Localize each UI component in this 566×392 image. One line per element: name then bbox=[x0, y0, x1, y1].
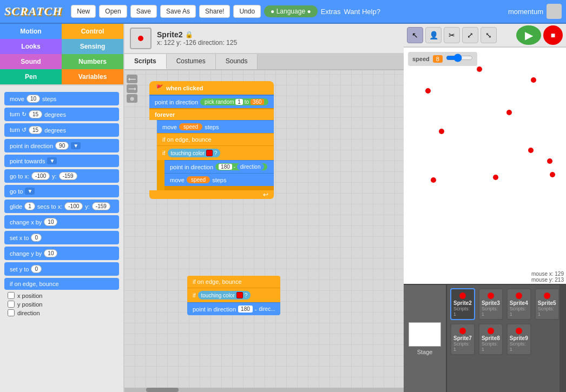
checkbox-y-position[interactable]: y position bbox=[8, 301, 116, 308]
block-glide[interactable]: glide 1 secs to x: -100 y: -159 bbox=[4, 200, 119, 213]
block-move-speed[interactable]: move speed steps bbox=[157, 120, 274, 133]
block-goto-xy[interactable]: go to x: -100 y: -159 bbox=[4, 169, 119, 183]
go-button[interactable]: ▶ bbox=[516, 25, 541, 45]
new-button[interactable]: New bbox=[71, 5, 96, 18]
checkbox-direction[interactable]: direction bbox=[8, 309, 116, 316]
scroll-thumb[interactable] bbox=[146, 388, 179, 392]
sprite-card-name-8: Sprite9 bbox=[510, 335, 528, 341]
touching-color-bool-2[interactable]: touching color ? bbox=[198, 291, 251, 300]
block-change-y[interactable]: change y by 10 bbox=[4, 247, 119, 260]
sprite-card-dot-8 bbox=[516, 328, 522, 334]
stage-label: Stage bbox=[417, 349, 433, 355]
stage-thumbnail[interactable]: Stage bbox=[404, 285, 447, 392]
horizontal-scrollbar[interactable] bbox=[124, 388, 404, 392]
save-button[interactable]: Save bbox=[130, 5, 157, 18]
sprite-card-scripts-7: Scripts: 1 bbox=[482, 341, 500, 352]
block-point-direction-random[interactable]: point in direction pick random 1 to 360 bbox=[149, 95, 274, 108]
category-pen[interactable]: Pen bbox=[0, 69, 62, 84]
person-tool[interactable]: 👤 bbox=[425, 27, 442, 43]
x-position-checkbox[interactable] bbox=[8, 292, 15, 299]
speed-bar: speed 8 bbox=[408, 52, 477, 66]
sprite-card-sprite9[interactable]: Sprite9 Scripts: 1 bbox=[506, 323, 531, 355]
block-move-speed-2[interactable]: move speed steps bbox=[164, 173, 274, 186]
sprite-card-sprite8[interactable]: Sprite8 Scripts: 1 bbox=[478, 323, 503, 355]
category-tabs: Motion Control Looks Sensing Sound Numbe… bbox=[0, 24, 123, 85]
undo-button[interactable]: Undo bbox=[233, 5, 261, 18]
blocks-list: move 10 steps turn ↻ 15 degrees turn ↺ 1… bbox=[0, 85, 123, 392]
nav-arrow-right[interactable]: ⟶ bbox=[127, 84, 137, 93]
tab-costumes[interactable]: Costumes bbox=[167, 54, 216, 69]
direction-checkbox[interactable] bbox=[8, 309, 15, 316]
user-avatar bbox=[547, 4, 562, 19]
stage-dot-9 bbox=[550, 172, 555, 177]
calc-180[interactable]: 180 - direction bbox=[215, 163, 267, 170]
speed-slider-wrap[interactable] bbox=[446, 54, 473, 64]
tab-scripts[interactable]: Scripts bbox=[124, 54, 167, 69]
block-forever[interactable]: forever bbox=[149, 108, 274, 120]
category-control[interactable]: Control bbox=[62, 24, 123, 39]
scripts-canvas[interactable]: ⟵ ⟶ ⊕ 🚩 when clicked point in direction … bbox=[124, 70, 404, 388]
block-point-towards[interactable]: point towards ▼ bbox=[4, 155, 119, 167]
category-motion[interactable]: Motion bbox=[0, 24, 62, 39]
block-if-edge-bounce-2[interactable]: if on edge, bounce bbox=[187, 276, 280, 288]
stage-area[interactable]: speed 8 mouse x: 129 mouse y: 213 bbox=[404, 48, 566, 284]
block-set-x[interactable]: set x to 0 bbox=[4, 231, 119, 244]
y-position-checkbox[interactable] bbox=[8, 301, 15, 308]
scissors-tool[interactable]: ✂ bbox=[444, 27, 460, 43]
mouse-x: mouse x: 129 bbox=[531, 271, 564, 277]
category-looks[interactable]: Looks bbox=[0, 39, 62, 54]
pick-random-block[interactable]: pick random 1 to 360 bbox=[200, 98, 268, 105]
block-set-y[interactable]: set y to 0 bbox=[4, 262, 119, 276]
sprite-card-sprite7[interactable]: Sprite7 Scripts: 1 bbox=[450, 323, 475, 355]
touching-color-bool[interactable]: touching color ? bbox=[168, 149, 221, 157]
block-bounce[interactable]: if on edge, bounce bbox=[4, 278, 119, 290]
scratch-logo: SCRATCH bbox=[4, 4, 62, 18]
block-point-direction-2[interactable]: point in direction 180 - direc... bbox=[187, 302, 280, 315]
nav-zoom[interactable]: ⊕ bbox=[127, 94, 137, 103]
block-turn-cw[interactable]: turn ↻ 15 degrees bbox=[4, 108, 119, 121]
sprite-card-name-6: Sprite7 bbox=[453, 335, 472, 341]
share-button[interactable]: Share! bbox=[199, 5, 230, 18]
extras-button[interactable]: Extras bbox=[321, 8, 341, 16]
block-point-180-dir[interactable]: point in direction 180 - direction bbox=[164, 160, 274, 173]
sprite-card-dot-3 bbox=[516, 293, 522, 299]
open-button[interactable]: Open bbox=[99, 5, 127, 18]
stage-thumb-image bbox=[409, 322, 441, 347]
stage-dot-8 bbox=[547, 158, 552, 164]
language-button[interactable]: ● Language ● bbox=[264, 5, 318, 17]
cursor-tool[interactable]: ↖ bbox=[407, 27, 423, 43]
expand-tool[interactable]: ⤢ bbox=[462, 27, 478, 43]
sprite-icon bbox=[130, 28, 152, 49]
block-move-steps[interactable]: move 10 steps bbox=[4, 92, 119, 105]
block-goto[interactable]: go to ▼ bbox=[4, 185, 119, 197]
stop-button[interactable]: ■ bbox=[543, 25, 563, 45]
category-sensing[interactable]: Sensing bbox=[62, 39, 123, 54]
sprite-card-name-2: Sprite3 bbox=[482, 300, 500, 306]
block-if-touching-color-2[interactable]: if touching color ? bbox=[187, 288, 280, 302]
block-if-edge-bounce-inner[interactable]: if on edge, bounce bbox=[157, 133, 274, 145]
save-as-button[interactable]: Save As bbox=[160, 5, 196, 18]
block-if-touching-color-1[interactable]: if touching color ? bbox=[157, 145, 274, 160]
sprite-card-sprite4[interactable]: Sprite4 Scripts: 1 bbox=[506, 288, 531, 320]
sprite-card-sprite3[interactable]: Sprite3 Scripts: 1 bbox=[478, 288, 503, 320]
sprite-card-sprite2[interactable]: Sprite2 Scripts: 1 bbox=[450, 288, 475, 320]
sprites-scrollbar[interactable] bbox=[560, 285, 566, 392]
nav-arrow-left[interactable]: ⟵ bbox=[127, 75, 137, 83]
category-sound[interactable]: Sound bbox=[0, 54, 62, 69]
hat-when-clicked[interactable]: 🚩 when clicked bbox=[149, 81, 274, 95]
shrink-tool[interactable]: ⤡ bbox=[481, 27, 497, 43]
checkbox-x-position[interactable]: x position bbox=[8, 292, 116, 299]
sprite-header: Sprite2 🔒 x: 122 y: -126 direction: 125 bbox=[124, 24, 404, 54]
tab-sounds[interactable]: Sounds bbox=[216, 54, 258, 69]
sprite-card-sprite5[interactable]: Sprite5 Scripts: 1 bbox=[535, 288, 560, 320]
help-button[interactable]: Want Help? bbox=[344, 8, 380, 16]
sprites-grid: Sprite2 Scripts: 1 Sprite3 Scripts: 1 Sp… bbox=[447, 285, 560, 392]
category-numbers[interactable]: Numbers bbox=[62, 54, 123, 69]
block-change-x[interactable]: change x by 10 bbox=[4, 215, 119, 229]
category-variables[interactable]: Variables bbox=[62, 69, 123, 84]
script-tabs: Scripts Costumes Sounds bbox=[124, 54, 404, 70]
main-area: Motion Control Looks Sensing Sound Numbe… bbox=[0, 24, 566, 392]
block-point-direction[interactable]: point in direction 90 ▼ bbox=[4, 139, 119, 152]
speed-slider[interactable] bbox=[446, 54, 473, 62]
block-turn-ccw[interactable]: turn ↺ 15 degrees bbox=[4, 123, 119, 137]
